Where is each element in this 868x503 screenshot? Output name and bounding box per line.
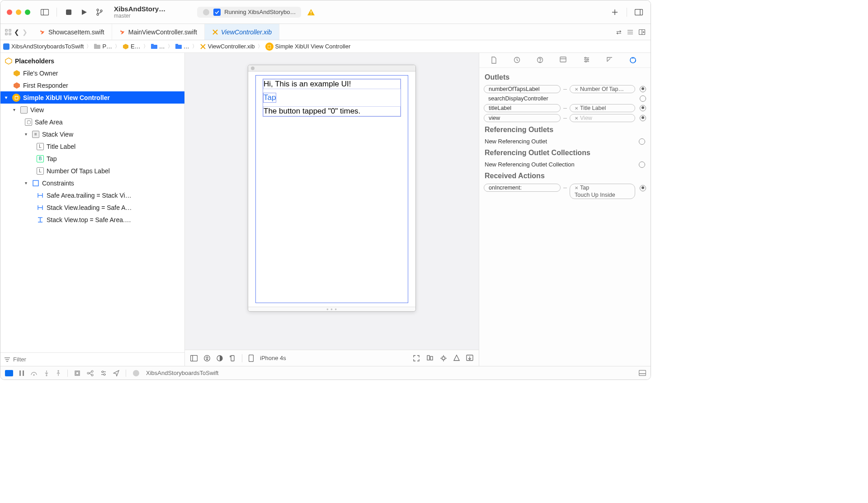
pause-icon[interactable]	[19, 370, 24, 376]
num-taps-label-row[interactable]: L Number Of Taps Label	[0, 165, 184, 177]
close-window[interactable]	[7, 9, 12, 15]
disconnect-icon[interactable]: ✕	[575, 87, 578, 92]
new-referencing-outlet[interactable]: New Referencing Outlet	[479, 137, 651, 146]
process-icon[interactable]	[132, 370, 140, 377]
connection-socket-icon[interactable]	[640, 105, 646, 111]
pin-icon[interactable]	[440, 355, 447, 362]
device-frame[interactable]: Hi, This is an example UI! Tap The butto…	[248, 65, 416, 312]
placeholders-group[interactable]: Placeholders	[0, 55, 184, 67]
library-icon[interactable]	[633, 7, 644, 18]
forward-icon[interactable]: ❯	[22, 28, 28, 36]
action-on-increment[interactable]: onIncrement: ✕Tap Touch Up Inside	[479, 183, 651, 200]
activity-viewer[interactable]: Running XibsAndStorybo…	[197, 7, 301, 18]
stop-button[interactable]	[63, 7, 74, 18]
connection-socket-icon[interactable]	[640, 115, 646, 121]
disclosure-icon[interactable]: ▾	[25, 132, 29, 137]
constraint-row[interactable]: Safe Area.trailing = Stack Vi…	[0, 189, 184, 201]
filter-icon[interactable]	[4, 357, 10, 362]
compare-icon[interactable]: ⇄	[616, 28, 622, 36]
debug-view-icon[interactable]	[74, 370, 80, 376]
orientation-icon[interactable]	[229, 355, 236, 361]
outlet-view[interactable]: view ✕View	[479, 113, 651, 123]
zoom-window[interactable]	[25, 9, 30, 15]
warning-icon[interactable]	[306, 7, 316, 18]
outlet-search-display[interactable]: searchDisplayController	[479, 94, 651, 103]
count-label-preview[interactable]: The button tapped "0" times.	[263, 106, 401, 116]
stack-view-row[interactable]: ▾ ≡ Stack View	[0, 128, 184, 140]
device-selector-icon[interactable]	[249, 355, 254, 362]
sidebar-toggle-icon[interactable]	[39, 7, 50, 18]
step-out-icon[interactable]	[56, 370, 61, 376]
resolve-icon[interactable]	[453, 355, 460, 362]
jump-bar[interactable]: XibsAndStoryboardsToSwift 〉 P… 〉 E… 〉 … …	[0, 40, 651, 53]
related-items-icon[interactable]	[5, 29, 11, 35]
constraint-row[interactable]: Stack View.top = Safe Area.…	[0, 214, 184, 226]
connections-inspector-icon[interactable]	[629, 57, 639, 64]
title-label-row[interactable]: L Title Label	[0, 140, 184, 152]
outlet-title-label[interactable]: titleLabel ✕Title Label	[479, 103, 651, 113]
disconnect-icon[interactable]: ✕	[575, 106, 578, 111]
stack-view-preview[interactable]: Hi, This is an example UI! Tap The butto…	[263, 79, 401, 117]
disclosure-icon[interactable]: ▾	[25, 180, 29, 185]
size-inspector-icon[interactable]	[606, 57, 616, 64]
process-name[interactable]: XibsAndStoryboardsToSwift	[146, 370, 218, 376]
branch-icon[interactable]	[94, 7, 105, 18]
scene-body[interactable]: Hi, This is an example UI! Tap The butto…	[248, 71, 415, 307]
view-row[interactable]: ▾ View	[0, 104, 184, 116]
connection-socket-icon[interactable]	[640, 86, 646, 92]
step-over-icon[interactable]	[30, 370, 38, 376]
tab-view-controller-xib[interactable]: ViewController.xib	[205, 24, 279, 40]
align-icon[interactable]	[426, 355, 434, 362]
view-controller-row[interactable]: ▾ ◻ Simple XibUI View Controller	[0, 91, 184, 104]
connection-socket-icon[interactable]	[639, 161, 645, 168]
title-label-preview[interactable]: Hi, This is an example UI!	[263, 79, 401, 89]
back-icon[interactable]: ❮	[14, 28, 19, 36]
outline-tree[interactable]: Placeholders File's Owner First Responde…	[0, 53, 184, 352]
disclosure-icon[interactable]: ▾	[5, 95, 9, 100]
add-button[interactable]	[609, 7, 620, 18]
run-button[interactable]	[79, 7, 90, 18]
minimize-window[interactable]	[16, 9, 21, 15]
new-referencing-collection[interactable]: New Referencing Outlet Collection	[479, 160, 651, 169]
file-inspector-icon[interactable]	[491, 57, 500, 64]
disconnect-icon[interactable]: ✕	[575, 116, 578, 121]
history-inspector-icon[interactable]	[514, 57, 524, 64]
tab-main-view-controller[interactable]: MainViewController.swift	[112, 24, 205, 40]
help-inspector-icon[interactable]	[537, 57, 547, 64]
connection-socket-icon[interactable]	[639, 138, 645, 145]
disclosure-icon[interactable]: ▾	[13, 107, 18, 112]
filter-input[interactable]	[13, 356, 181, 363]
constraints-row[interactable]: ▾ Constraints	[0, 177, 184, 189]
attributes-inspector-icon[interactable]	[583, 57, 593, 64]
safe-area-row[interactable]: ▢ Safe Area	[0, 116, 184, 128]
step-into-icon[interactable]	[44, 370, 49, 376]
scene-close-icon[interactable]	[251, 66, 255, 70]
appearance-icon[interactable]	[217, 355, 223, 361]
connection-socket-icon[interactable]	[640, 95, 646, 102]
console-toggle-icon[interactable]	[639, 370, 646, 376]
files-owner[interactable]: File's Owner	[0, 67, 184, 79]
tap-button-preview[interactable]: Tap	[263, 93, 276, 103]
tap-button-row[interactable]: B Tap	[0, 152, 184, 165]
adjust-editor-icon[interactable]	[627, 29, 633, 35]
identity-inspector-icon[interactable]	[560, 57, 570, 64]
memory-graph-icon[interactable]	[87, 370, 94, 376]
tab-showcase-item[interactable]: ShowcaseItem.swift	[32, 24, 112, 40]
disconnect-icon[interactable]: ✕	[575, 185, 578, 190]
environment-icon[interactable]	[100, 370, 107, 376]
zoom-fit-icon[interactable]	[413, 355, 420, 362]
breakpoint-toggle[interactable]	[5, 370, 13, 376]
constraint-row[interactable]: Stack View.leading = Safe A…	[0, 201, 184, 214]
location-icon[interactable]	[113, 370, 119, 376]
outlet-number-of-taps[interactable]: numberOfTapsLabel ✕Number Of Tap…	[479, 84, 651, 94]
accessibility-icon[interactable]	[204, 355, 210, 361]
embed-icon[interactable]	[466, 355, 473, 362]
add-editor-icon[interactable]	[639, 29, 645, 35]
scene-titlebar[interactable]	[248, 65, 415, 71]
connection-socket-icon[interactable]	[640, 185, 646, 191]
scene-resize-handle[interactable]: ● ● ●	[248, 307, 415, 311]
first-responder[interactable]: First Responder	[0, 79, 184, 91]
canvas-viewport[interactable]: Hi, This is an example UI! Tap The butto…	[185, 53, 479, 350]
device-label[interactable]: iPhone 4s	[260, 355, 286, 361]
outline-toggle-icon[interactable]	[190, 355, 198, 361]
